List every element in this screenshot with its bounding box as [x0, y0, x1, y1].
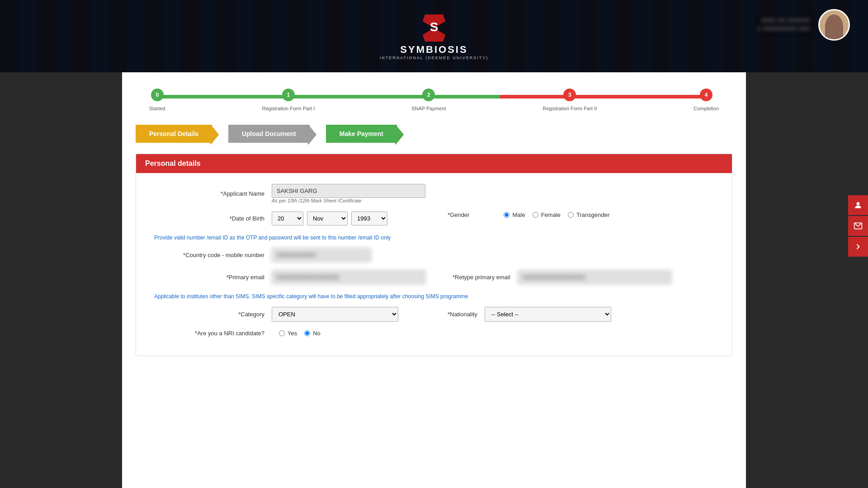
gender-col: *Gender Male Female Transg — [448, 211, 714, 218]
dob-month-select[interactable]: Nov — [307, 211, 348, 225]
avatar-silhouette — [825, 14, 843, 39]
retype-email-input[interactable] — [518, 270, 671, 284]
applicant-name-input-col: As per 10th /12th Mark Sheet /Certificat… — [272, 184, 714, 203]
section-body: *Applicant Name As per 10th /12th Mark S… — [136, 173, 732, 356]
nri-yes-radio[interactable] — [279, 330, 285, 336]
step-circle-2: 2 — [422, 89, 435, 101]
primary-email-label: *Primary email — [154, 274, 272, 281]
section-title: Personal details — [145, 160, 201, 167]
tab-personal-details[interactable]: Personal Details — [136, 125, 212, 143]
float-btn-arrow[interactable] — [848, 237, 868, 257]
otp-info-notice: Provide valid number /email ID as the OT… — [154, 235, 714, 241]
step-3: 3 Registration Form Part II — [543, 89, 597, 111]
user-line1: XXXX XX XXXXXX — [755, 17, 813, 24]
dob-label: *Date of Birth — [154, 215, 272, 222]
progress-steps: 0 Started 1 Registration Form Part I 2 S… — [149, 89, 719, 111]
email-icon — [854, 221, 863, 230]
gender-male-radio[interactable] — [504, 212, 509, 218]
category-select[interactable]: OPEN OBC SC ST PWD — [272, 307, 398, 322]
main-content: 0 Started 1 Registration Form Part I 2 S… — [122, 72, 746, 488]
dob-gender-row: *Date of Birth 20 Nov 1993 — [154, 211, 714, 225]
user-line2: X XXXXXXXXX XXX — [755, 25, 813, 32]
step-label-1: Registration Form Part I — [262, 106, 315, 111]
sims-notice: Applicable to institutes other than SIMS… — [154, 293, 714, 300]
step-2: 2 SNAP Payment — [411, 89, 446, 111]
gender-label: *Gender — [448, 211, 469, 218]
mobile-input[interactable] — [272, 248, 371, 262]
dob-col: *Date of Birth 20 Nov 1993 — [154, 211, 420, 225]
section-header: Personal details — [136, 154, 732, 173]
applicant-name-label: *Applicant Name — [154, 190, 272, 197]
nri-yes-label[interactable]: Yes — [279, 330, 297, 337]
mobile-input-col — [272, 248, 714, 262]
mobile-row: *Country code - mobile number — [154, 248, 714, 262]
retype-email-col: *Retype primary email — [453, 270, 714, 284]
nri-row: *Are you a NRI candidate? Yes No — [154, 330, 714, 337]
nationality-col: *Nationality -- Select -- Indian NRI For… — [448, 307, 714, 322]
step-0: 0 Started — [149, 89, 165, 111]
gender-female-label[interactable]: Female — [533, 211, 561, 218]
mobile-label: *Country code - mobile number — [154, 252, 272, 258]
profile-icon — [854, 201, 863, 210]
email-row: *Primary email *Retype primary email — [154, 270, 714, 284]
nri-yes-text: Yes — [288, 330, 297, 337]
tab-upload-document[interactable]: Upload Document — [228, 125, 310, 143]
step-circle-4: 4 — [700, 89, 712, 101]
floating-buttons — [848, 195, 868, 257]
step-label-3: Registration Form Part II — [543, 106, 597, 111]
step-1: 1 Registration Form Part I — [262, 89, 315, 111]
tab-make-payment[interactable]: Make Payment — [326, 125, 397, 143]
step-label-2: SNAP Payment — [411, 106, 446, 111]
step-label-4: Completion — [693, 106, 719, 111]
category-col: *Category OPEN OBC SC ST PWD — [154, 307, 420, 322]
applicant-name-input[interactable] — [272, 184, 425, 198]
step-label-0: Started — [149, 106, 165, 111]
nationality-label: *Nationality — [448, 311, 477, 318]
applicant-name-helper: As per 10th /12th Mark Sheet /Certificat… — [272, 198, 714, 203]
primary-email-col: *Primary email — [154, 270, 425, 284]
avatar — [818, 9, 850, 41]
logo-title: SYMBIOSIS — [400, 44, 467, 56]
symbiosis-logo-icon: S — [420, 12, 448, 44]
gender-female-radio[interactable] — [533, 212, 538, 218]
gender-male-label[interactable]: Male — [504, 211, 525, 218]
step-4: 4 Completion — [693, 89, 719, 111]
category-label: *Category — [154, 311, 272, 318]
logo-area: S SYMBIOSIS INTERNATIONAL (DEEMED UNIVER… — [380, 12, 489, 60]
user-text: XXXX XX XXXXXX X XXXXXXXXX XXX — [755, 17, 813, 33]
gender-transgender-radio[interactable] — [568, 212, 574, 218]
gender-female-text: Female — [541, 211, 561, 218]
logo-subtitle: INTERNATIONAL (DEEMED UNIVERSITY) — [380, 56, 489, 60]
personal-details-card: Personal details *Applicant Name As per … — [136, 154, 732, 356]
arrow-icon — [854, 242, 863, 251]
dob-day-select[interactable]: 20 — [272, 211, 303, 225]
nri-label: *Are you a NRI candidate? — [154, 330, 272, 337]
dob-year-select[interactable]: 1993 — [351, 211, 387, 225]
applicant-name-row: *Applicant Name As per 10th /12th Mark S… — [154, 184, 714, 203]
svg-point-2 — [857, 202, 860, 205]
progress-section: 0 Started 1 Registration Form Part I 2 S… — [122, 72, 746, 116]
nationality-select[interactable]: -- Select -- Indian NRI Foreign — [485, 307, 611, 322]
dob-selects: 20 Nov 1993 — [272, 211, 387, 225]
step-circle-0: 0 — [151, 89, 164, 101]
step-circle-3: 3 — [563, 89, 576, 101]
gender-transgender-label[interactable]: Transgender — [568, 211, 609, 218]
retype-email-label: *Retype primary email — [453, 274, 510, 281]
svg-text:S: S — [430, 20, 439, 34]
nri-no-label[interactable]: No — [304, 330, 321, 337]
gender-male-text: Male — [512, 211, 525, 218]
category-nationality-row: *Category OPEN OBC SC ST PWD *Nationalit… — [154, 307, 714, 322]
nri-no-text: No — [313, 330, 321, 337]
float-btn-profile[interactable] — [848, 195, 868, 215]
header-banner: S SYMBIOSIS INTERNATIONAL (DEEMED UNIVER… — [0, 0, 868, 72]
step-circle-1: 1 — [282, 89, 295, 101]
primary-email-input[interactable] — [272, 270, 425, 284]
nri-no-radio[interactable] — [304, 330, 310, 336]
user-info-area: XXXX XX XXXXXX X XXXXXXXXX XXX — [755, 9, 850, 41]
breadcrumb-tabs: Personal Details Upload Document Make Pa… — [136, 125, 732, 143]
gender-transgender-text: Transgender — [576, 211, 609, 218]
gender-radio-group: Male Female Transgender — [504, 211, 609, 218]
float-btn-email[interactable] — [848, 216, 868, 236]
